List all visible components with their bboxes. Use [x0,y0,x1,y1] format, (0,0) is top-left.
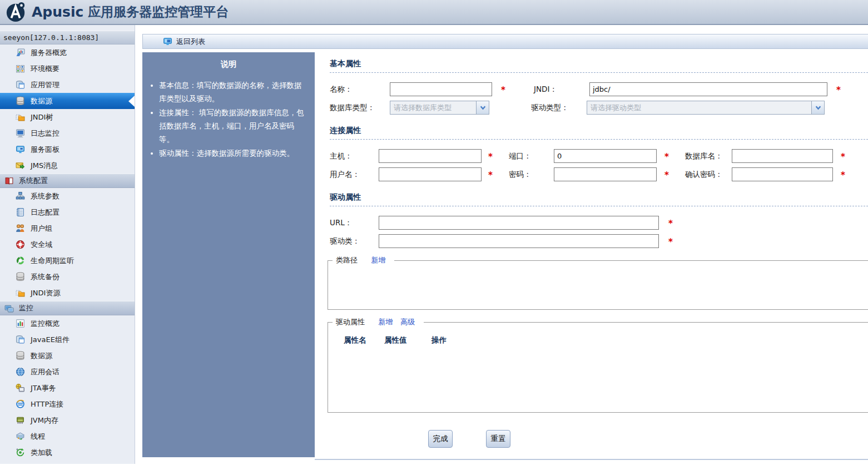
sidebar-item-app-management[interactable]: 应用管理 [0,77,135,93]
sidebar-section-monitor[interactable]: 监控 [0,301,135,315]
content: 说明 基本信息：填写的数据源的名称，选择数据库类型以及驱动。 连接属性： 填写的… [142,52,868,460]
sidebar-item-label: JVM内存 [31,415,58,426]
jndi-input[interactable] [589,82,827,96]
classpath-add-link[interactable]: 新增 [371,256,385,264]
database-icon [16,272,25,281]
sidebar-item-system-params[interactable]: 系统参数 [0,188,135,204]
name-input[interactable] [390,82,492,96]
service-panel-icon [16,145,25,154]
driver-props-fieldset: 驱动属性 新增 高级 属性名 属性值 操作 [328,317,868,413]
sidebar-item-label: 系统备份 [31,272,59,282]
host-input[interactable] [379,149,482,163]
sidebar-item-user-group[interactable]: 用户组 [0,220,135,236]
recycle-icon [16,256,25,265]
sidebar-item-label: JMS消息 [31,161,58,171]
confirm-password-input[interactable] [732,167,833,181]
required-star: * [841,169,845,180]
sidebar-item-log-monitor[interactable]: 日志监控 [0,125,135,141]
port-label: 端口： [509,151,554,161]
book-icon [4,176,14,186]
sidebar-item-jvm-memory[interactable]: JVM内存 [0,412,135,428]
help-bullet: 基本信息：填写的数据源的名称，选择数据库类型以及驱动。 [159,78,307,105]
host-label: 主机： [330,151,379,161]
name-label: 名称： [330,85,390,95]
chevron-down-icon [476,101,489,114]
username-label: 用户名： [330,170,379,180]
required-star: * [657,169,685,180]
sidebar-item-label: 环境概要 [31,64,59,74]
port-input[interactable] [554,149,657,163]
sidebar-item-system-backup[interactable]: 系统备份 [0,269,135,285]
sidebar-item-label: 服务面板 [31,145,59,155]
submit-button[interactable]: 完成 [428,430,453,448]
datasource-form: 基本属性 名称： * JNDI： * 数据库类型： 请选择数据库类型 [315,52,868,460]
sidebar-item-log-config[interactable]: 日志配置 [0,204,135,220]
section-driver-title: 驱动属性 [330,192,868,202]
sidebar-item-server-overview[interactable]: 服务器概览 [0,44,135,61]
driver-props-header-row: 属性名 属性值 操作 [344,335,868,345]
memory-chip-icon [16,415,25,425]
driver-type-label: 驱动类型： [531,103,587,113]
sidebar-item-thread[interactable]: 线程 [0,428,135,444]
server-overview-icon [16,48,25,57]
url-input[interactable] [379,216,659,230]
driver-props-legend: 驱动属性 [336,318,365,326]
help-title: 说明 [142,52,315,78]
browser-icon [16,399,25,409]
brand-name: Apusic [32,4,83,20]
section-basic-title: 基本属性 [330,59,868,69]
section-divider [330,206,868,206]
sidebar-item-http-connection[interactable]: HTTP连接 [0,396,135,412]
sidebar-item-datasource-monitor[interactable]: 数据源 [0,348,135,364]
package-icon [16,432,25,441]
sidebar-item-javaee-components[interactable]: JavaEE组件 [0,332,135,348]
users-icon [16,224,25,233]
sidebar-item-label: 日志配置 [31,207,59,217]
db-type-select[interactable]: 请选择数据库类型 [390,101,489,115]
sidebar-item-monitor-overview[interactable]: 监控概览 [0,315,135,332]
required-star: * [482,151,509,161]
sidebar-item-label: 系统参数 [31,191,59,201]
username-input[interactable] [379,167,482,181]
sidebar-item-lifecycle-listener[interactable]: 生命周期监听 [0,253,135,269]
sidebar-item-service-panel[interactable]: 服务面板 [0,141,135,157]
reset-button[interactable]: 重置 [486,430,510,448]
jndi-label: JNDI： [534,85,589,95]
sidebar-item-label: JNDI树 [31,112,53,122]
confirm-password-label: 确认密码： [685,170,732,180]
sidebar-item-jta-transaction[interactable]: JTA事务 [0,380,135,396]
sidebar-item-jndi-resource[interactable]: JNDI资源 [0,285,135,301]
sidebar-item-class-loading[interactable]: 类加载 [0,444,135,461]
panel-icon [163,37,172,46]
help-list: 基本信息：填写的数据源的名称，选择数据库类型以及驱动。 连接属性： 填写的数据源… [142,78,315,160]
back-to-list-button[interactable]: 返回列表 [163,37,205,47]
spacer [489,107,531,109]
folder-tree-icon [16,112,25,122]
params-tree-icon [16,191,25,201]
globe-icon [16,367,25,377]
sidebar-item-label: 数据源 [31,351,52,361]
sidebar-section-system-config[interactable]: 系统配置 [0,174,135,188]
help-bullet: 连接属性： 填写的数据源的数据库信息，包括数据库名，主机，端口，用户名及密码等。 [159,106,307,146]
sidebar-item-app-session[interactable]: 应用会话 [0,364,135,380]
apusic-logo-icon [6,2,27,23]
sidebar-item-datasource[interactable]: 数据源 [0,93,135,109]
db-name-input[interactable] [732,149,833,163]
sidebar-item-security-domain[interactable]: 安全域 [0,236,135,253]
driver-class-input[interactable] [379,234,659,248]
folder-tree-icon [16,288,25,298]
main-area: 返回列表 说明 基本信息：填写的数据源的名称，选择数据库类型以及驱动。 连接属性… [135,25,868,464]
sidebar-section-label: 监控 [19,303,33,313]
driver-props-advanced-link[interactable]: 高级 [400,318,415,326]
section-divider [330,72,868,73]
sidebar-item-jms-message[interactable]: JMS消息 [0,157,135,174]
driver-class-label: 驱动类： [330,236,379,246]
db-type-label: 数据库类型： [330,103,390,113]
sidebar-item-label: 用户组 [31,224,52,234]
password-input[interactable] [554,167,657,181]
driver-props-add-link[interactable]: 新增 [378,318,393,326]
sidebar-item-jndi-tree[interactable]: JNDI树 [0,109,135,125]
sidebar: seeyon[127.0.1.1:8083] 服务器概览 环境概要 应用管理 数… [0,25,135,464]
driver-type-select[interactable]: 请选择驱动类型 [587,101,825,115]
sidebar-item-env-overview[interactable]: 环境概要 [0,61,135,77]
